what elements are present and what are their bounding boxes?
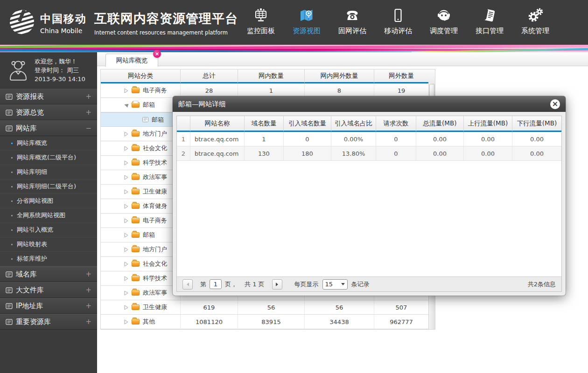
- tree-collapsed-icon[interactable]: [123, 88, 129, 93]
- nav-item-label: 移动评估: [384, 27, 412, 35]
- expand-toggle-icon[interactable]: +: [85, 92, 91, 101]
- sidebar-item-site-lib-detail[interactable]: 网站库明细: [0, 165, 97, 180]
- column-header[interactable]: 上行流量(MB): [463, 116, 512, 132]
- nav-item-resource-view[interactable]: 资源视图: [284, 6, 329, 35]
- total-pages-label: 共 1 页: [245, 280, 265, 289]
- folder-icon: [132, 88, 140, 93]
- tree-node-label: 科学技术: [143, 274, 167, 283]
- value-cell: 0.00: [416, 146, 463, 160]
- folder-icon: [132, 290, 140, 296]
- sidebar-item-tag-lib-maintenance[interactable]: 标签库维护: [0, 252, 97, 266]
- expand-toggle-icon[interactable]: +: [85, 270, 91, 278]
- column-header[interactable]: [177, 116, 190, 132]
- sidebar-group-resource-overview[interactable]: 资源总览+: [0, 104, 97, 120]
- tree-collapsed-icon[interactable]: [123, 204, 129, 209]
- dashboard-icon: [253, 6, 269, 25]
- folder-open-icon: [132, 102, 140, 108]
- sidebar-group-label: 资源总览: [16, 108, 85, 117]
- tree-collapsed-icon[interactable]: [123, 175, 129, 180]
- nav-item-dispatch-mgmt[interactable]: 调度管理: [421, 6, 467, 35]
- value-cell: 83915: [238, 315, 304, 329]
- expand-toggle-icon[interactable]: +: [85, 286, 91, 294]
- sidebar-item-site-mapping-table[interactable]: 网站映射表: [0, 237, 97, 252]
- nav-item-label: 接口管理: [476, 27, 504, 35]
- doc-list-icon: [6, 110, 16, 116]
- grid-empty-area: [177, 161, 561, 276]
- nav-item-fixed-net-eval[interactable]: 固网评估: [329, 6, 375, 35]
- folder-icon: [132, 247, 140, 252]
- nav-item-interface-mgmt[interactable]: 接口管理: [467, 6, 512, 35]
- tree-collapsed-icon[interactable]: [123, 146, 129, 151]
- expand-toggle-icon[interactable]: +: [85, 302, 91, 310]
- sidebar-item-site-lib-overview-l2[interactable]: 网站库概览(二级平台): [0, 151, 97, 165]
- tab-site-lib-overview[interactable]: 网站库概览 ×: [105, 54, 158, 67]
- tree-collapsed-icon[interactable]: [123, 319, 129, 325]
- value-cell: btrace.qq.com: [190, 132, 244, 146]
- folder-icon: [132, 218, 140, 223]
- tree-row[interactable]: 其他10811208391534438962777: [101, 315, 428, 329]
- page-number-input[interactable]: [210, 279, 222, 289]
- tree-collapsed-icon[interactable]: [123, 276, 129, 281]
- nav-item-monitor-panel[interactable]: 监控面板: [238, 6, 284, 35]
- sidebar-item-site-import-overview[interactable]: 网站引入概览: [0, 223, 97, 237]
- tree-expanded-icon[interactable]: [123, 103, 129, 108]
- per-page-select[interactable]: 15: [322, 279, 348, 290]
- table-row[interactable]: 1btrace.qq.com100.00%00.000.000.00: [177, 132, 561, 146]
- tree-collapsed-icon[interactable]: [123, 160, 129, 166]
- sidebar-group-site-library[interactable]: 网站库−: [0, 120, 97, 136]
- column-header[interactable]: 网站名称: [190, 116, 244, 132]
- column-header[interactable]: 引入域名占比: [331, 116, 376, 132]
- sidebar-group-domain-library[interactable]: 域名库+: [0, 266, 97, 282]
- sidebar-item-whole-net-site-view[interactable]: 全网系统网站视图: [0, 208, 97, 223]
- value-cell: 28: [180, 83, 238, 97]
- tree-collapsed-icon[interactable]: [123, 233, 129, 238]
- sidebar-menu: 资源报表+资源总览+网站库−网站库概览网站库概览(二级平台)网站库明细网站库明细…: [0, 89, 97, 330]
- value-cell: 1: [238, 83, 304, 97]
- tree-collapsed-icon[interactable]: [123, 305, 129, 310]
- sidebar-group-key-resource-library[interactable]: 重要资源库+: [0, 314, 97, 330]
- column-header[interactable]: 总计: [180, 69, 238, 83]
- tree-collapsed-icon[interactable]: [123, 189, 129, 194]
- bullet-icon: [11, 157, 13, 159]
- column-header[interactable]: 域名数量: [244, 116, 283, 132]
- next-page-button[interactable]: [272, 279, 282, 290]
- tree-collapsed-icon[interactable]: [123, 218, 129, 223]
- expand-toggle-icon[interactable]: +: [85, 108, 91, 117]
- sidebar-item-site-lib-detail-l2[interactable]: 网站库明细(二级平台): [0, 180, 97, 194]
- sidebar-group-ip-library[interactable]: IP地址库+: [0, 298, 97, 314]
- tree-collapsed-icon[interactable]: [123, 290, 129, 296]
- column-header[interactable]: 引入域名数量: [283, 116, 331, 132]
- dialog-close-button[interactable]: ×: [550, 99, 560, 109]
- expand-toggle-icon[interactable]: −: [85, 124, 91, 132]
- tree-row[interactable]: 卫生健康6195656507: [101, 300, 428, 315]
- sidebar-group-resource-report[interactable]: 资源报表+: [0, 89, 97, 104]
- tab-close-button[interactable]: ×: [153, 50, 161, 58]
- sidebar-item-province-site-view[interactable]: 分省网站视图: [0, 194, 97, 208]
- nav-item-mobile-eval[interactable]: 移动评估: [375, 6, 421, 35]
- column-header[interactable]: 下行流量(MB): [512, 116, 561, 132]
- tree-collapsed-icon[interactable]: [123, 262, 129, 267]
- value-cell: 0.00: [512, 132, 561, 146]
- file-icon: [142, 117, 148, 122]
- nav-item-system-mgmt[interactable]: 系统管理: [512, 6, 558, 35]
- table-row[interactable]: 2btrace.qq.com13018013.80%00.000.000.00: [177, 146, 561, 161]
- column-header[interactable]: 总流量(MB): [416, 116, 463, 132]
- value-cell: 0: [376, 146, 416, 160]
- tree-collapsed-icon[interactable]: [123, 131, 129, 137]
- sidebar-group-big-file-library[interactable]: 大文件库+: [0, 282, 97, 298]
- folder-icon: [132, 160, 140, 166]
- doc-list-icon: [6, 319, 16, 325]
- prev-page-button[interactable]: [182, 279, 193, 290]
- sidebar-item-site-lib-overview[interactable]: 网站库概览: [0, 136, 97, 151]
- tree-node-label: 地方门户: [143, 245, 167, 254]
- tree-node-label: 电子商务: [143, 86, 167, 95]
- column-header[interactable]: 网内数量: [238, 69, 304, 83]
- column-header[interactable]: 请求次数: [376, 116, 416, 132]
- tree-collapsed-icon[interactable]: [123, 247, 129, 252]
- column-header[interactable]: 网外数量: [374, 69, 428, 83]
- expand-toggle-icon[interactable]: +: [85, 318, 91, 326]
- nav-item-label: 监控面板: [247, 27, 275, 35]
- column-header[interactable]: 网内网外数量: [304, 69, 374, 83]
- column-header[interactable]: 网站分类: [101, 69, 180, 83]
- china-mobile-logo-icon: [7, 7, 36, 38]
